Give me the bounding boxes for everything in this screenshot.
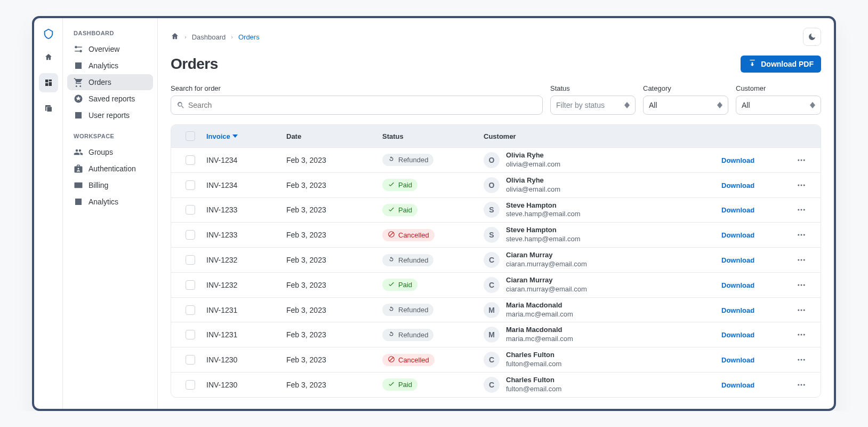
home-icon[interactable] bbox=[171, 32, 179, 42]
row-checkbox[interactable] bbox=[186, 230, 195, 240]
svg-point-31 bbox=[803, 384, 805, 385]
svg-point-21 bbox=[801, 309, 802, 311]
row-download-link[interactable]: Download bbox=[721, 181, 754, 189]
row-checkbox[interactable] bbox=[186, 380, 195, 390]
row-more-button[interactable] bbox=[785, 205, 817, 215]
row-checkbox[interactable] bbox=[186, 155, 195, 165]
barchart-icon bbox=[74, 61, 83, 70]
more-horiz-icon bbox=[797, 205, 806, 215]
avatar: O bbox=[484, 177, 500, 193]
row-more-button[interactable] bbox=[785, 380, 817, 390]
row-more-button[interactable] bbox=[785, 355, 817, 365]
paid-icon bbox=[388, 205, 395, 215]
customer-name: Ciaran Murray bbox=[506, 276, 587, 285]
category-filter-select[interactable]: All bbox=[643, 96, 728, 115]
svg-point-24 bbox=[801, 334, 802, 336]
row-download-link[interactable]: Download bbox=[721, 231, 754, 239]
user-icon bbox=[74, 110, 83, 120]
row-download-link[interactable]: Download bbox=[721, 256, 754, 264]
invoice-date: Feb 3, 2023 bbox=[286, 256, 382, 264]
sidebar-item-label: Analytics bbox=[89, 197, 118, 206]
row-checkbox[interactable] bbox=[186, 355, 195, 365]
row-download-link[interactable]: Download bbox=[721, 381, 754, 389]
customer-filter-select[interactable]: All bbox=[736, 96, 821, 115]
status-chip: Paid bbox=[382, 204, 417, 216]
more-horiz-icon bbox=[797, 230, 806, 240]
search-input[interactable] bbox=[188, 101, 537, 109]
sidebar-item-saved-reports[interactable]: Saved reports bbox=[67, 91, 153, 107]
sidebar-item-overview[interactable]: Overview bbox=[67, 41, 153, 57]
invoice-id: INV-1234 bbox=[206, 181, 286, 189]
breadcrumb-item-dashboard[interactable]: Dashboard bbox=[192, 33, 226, 41]
status-label: Refunded bbox=[398, 306, 428, 314]
svg-point-22 bbox=[803, 309, 805, 311]
sidebar-item-label: Analytics bbox=[89, 61, 118, 70]
select-all-checkbox[interactable] bbox=[186, 131, 195, 141]
search-input-container[interactable] bbox=[171, 96, 543, 115]
row-download-link[interactable]: Download bbox=[721, 281, 754, 289]
customer-email: olivia@email.com bbox=[506, 160, 560, 169]
invoice-id: INV-1231 bbox=[206, 330, 286, 339]
status-chip: Paid bbox=[382, 378, 417, 391]
row-more-button[interactable] bbox=[785, 280, 817, 290]
download-pdf-button[interactable]: Download PDF bbox=[741, 56, 821, 73]
table-row: INV-1232 Feb 3, 2023 Refunded C Ciaran M… bbox=[171, 247, 821, 272]
invoice-date: Feb 3, 2023 bbox=[286, 156, 382, 164]
sidebar-item-analytics[interactable]: Analytics bbox=[67, 58, 153, 74]
row-checkbox[interactable] bbox=[186, 180, 195, 190]
sidebar-item-authentication[interactable]: Authentication bbox=[67, 161, 153, 177]
row-checkbox[interactable] bbox=[186, 305, 195, 315]
svg-point-20 bbox=[798, 309, 799, 311]
column-header-invoice[interactable]: Invoice bbox=[206, 132, 286, 140]
sidebar-item-orders[interactable]: Orders bbox=[67, 74, 153, 90]
column-header-customer[interactable]: Customer bbox=[484, 132, 721, 140]
sidebar-item-billing[interactable]: Billing bbox=[67, 177, 153, 193]
theme-toggle-button[interactable] bbox=[803, 28, 821, 46]
invoice-id: INV-1230 bbox=[206, 355, 286, 364]
row-more-button[interactable] bbox=[785, 230, 817, 240]
svg-point-9 bbox=[801, 209, 802, 211]
row-checkbox[interactable] bbox=[186, 330, 195, 339]
mini-nav-dashboard[interactable] bbox=[39, 73, 58, 92]
invoice-id: INV-1230 bbox=[206, 381, 286, 389]
row-download-link[interactable]: Download bbox=[721, 156, 754, 164]
status-filter-select[interactable]: Filter by status bbox=[550, 96, 636, 115]
sidebar-item-analytics[interactable]: Analytics bbox=[67, 194, 153, 210]
category-filter-value: All bbox=[649, 101, 657, 109]
orders-table: Invoice Date Status Customer INV-1234 Fe… bbox=[171, 124, 821, 398]
row-download-link[interactable]: Download bbox=[721, 306, 754, 314]
row-more-button[interactable] bbox=[785, 255, 817, 265]
sidebar: DASHBOARD OverviewAnalyticsOrdersSaved r… bbox=[63, 18, 158, 409]
table-header-row: Invoice Date Status Customer bbox=[171, 125, 821, 147]
row-more-button[interactable] bbox=[785, 330, 817, 339]
row-more-button[interactable] bbox=[785, 180, 817, 190]
row-checkbox[interactable] bbox=[186, 280, 195, 290]
row-checkbox[interactable] bbox=[186, 255, 195, 265]
avatar: C bbox=[484, 352, 500, 368]
svg-point-19 bbox=[803, 284, 805, 286]
svg-point-29 bbox=[798, 384, 799, 385]
more-horiz-icon bbox=[797, 280, 806, 290]
table-row: INV-1234 Feb 3, 2023 Refunded O Olivia R… bbox=[171, 147, 821, 172]
more-horiz-icon bbox=[797, 380, 806, 390]
sidebar-item-label: Billing bbox=[89, 181, 108, 189]
row-more-button[interactable] bbox=[785, 305, 817, 315]
row-download-link[interactable]: Download bbox=[721, 206, 754, 214]
svg-point-8 bbox=[798, 209, 799, 211]
row-download-link[interactable]: Download bbox=[721, 331, 754, 339]
row-download-link[interactable]: Download bbox=[721, 356, 754, 364]
sidebar-item-groups[interactable]: Groups bbox=[67, 144, 153, 160]
mini-nav-home[interactable] bbox=[39, 48, 58, 67]
column-header-status[interactable]: Status bbox=[382, 132, 484, 140]
sidebar-item-user-reports[interactable]: User reports bbox=[67, 107, 153, 123]
customer-email: steve.hamp@email.com bbox=[506, 210, 581, 219]
row-more-button[interactable] bbox=[785, 155, 817, 165]
column-header-date[interactable]: Date bbox=[286, 132, 382, 140]
mini-nav-layers[interactable] bbox=[39, 99, 58, 118]
row-checkbox[interactable] bbox=[186, 205, 195, 215]
badge-icon bbox=[74, 164, 83, 173]
customer-name: Steve Hampton bbox=[506, 226, 581, 235]
svg-point-10 bbox=[803, 209, 805, 211]
main-content: › Dashboard › Orders Orders Download PDF… bbox=[158, 18, 834, 409]
status-filter-label: Status bbox=[550, 84, 636, 92]
